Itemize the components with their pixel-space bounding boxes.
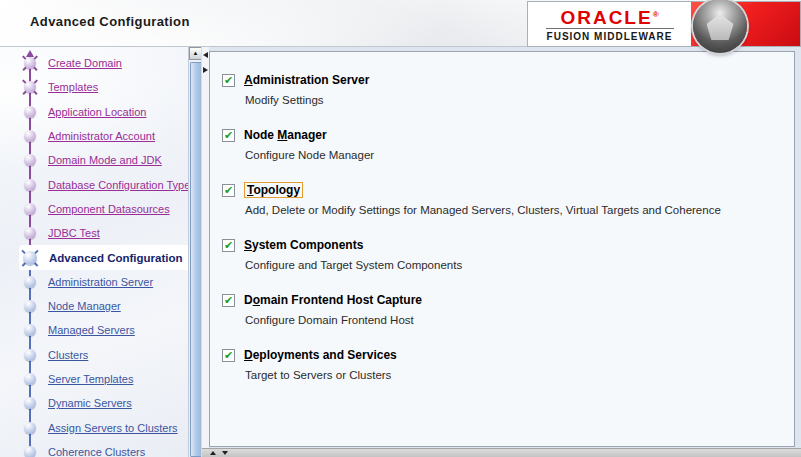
step-node-dot-icon xyxy=(24,300,36,312)
sidebar-item-clusters[interactable]: Clusters xyxy=(0,343,188,367)
step-node-dot-icon xyxy=(24,179,36,191)
option-description: Configure Node Manager xyxy=(245,149,782,161)
checkbox[interactable]: ✔ xyxy=(222,74,235,87)
option-label[interactable]: System Components xyxy=(244,238,363,252)
option-label[interactable]: Node Manager xyxy=(244,128,327,142)
step-label: Application Location xyxy=(48,106,146,118)
sidebar-item-managed-servers[interactable]: Managed Servers xyxy=(0,318,188,342)
sidebar-item-administrator-account[interactable]: Administrator Account xyxy=(0,124,188,148)
option-header: ✔Administration Server xyxy=(222,72,782,88)
checkbox[interactable]: ✔ xyxy=(222,129,235,142)
step-node-dot-icon xyxy=(24,349,36,361)
checkbox[interactable]: ✔ xyxy=(222,349,235,362)
step-label: Administration Server xyxy=(48,276,153,288)
sidebar-item-assign-servers-to-clusters[interactable]: Assign Servers to Clusters xyxy=(0,415,188,439)
scroll-up-icon: ▲ xyxy=(193,50,199,56)
splitter-collapse-left-icon[interactable] xyxy=(203,52,208,58)
check-icon: ✔ xyxy=(224,350,233,360)
checkbox[interactable]: ✔ xyxy=(222,184,235,197)
checkbox[interactable]: ✔ xyxy=(222,294,235,307)
registered-mark: ® xyxy=(653,10,659,19)
sidebar-item-advanced-configuration[interactable]: Advanced Configuration xyxy=(19,245,188,269)
step-node-dot-icon xyxy=(24,154,36,166)
page-title: Advanced Configuration xyxy=(30,14,190,29)
option-description: Add, Delete or Modify Settings for Manag… xyxy=(245,204,782,216)
step-node-star-icon xyxy=(24,81,36,93)
advanced-configuration-panel: ✔Administration ServerModify Settings✔No… xyxy=(209,51,795,447)
option-label[interactable]: Administration Server xyxy=(244,73,369,87)
option-node-manager: ✔Node ManagerConfigure Node Manager xyxy=(222,127,782,161)
step-label: Templates xyxy=(48,81,98,93)
step-node-dot-icon xyxy=(24,227,36,239)
check-icon: ✔ xyxy=(224,240,233,250)
option-deployments-and-services: ✔Deployments and ServicesTarget to Serve… xyxy=(222,347,782,381)
step-label: Administrator Account xyxy=(48,130,155,142)
sidebar-item-application-location[interactable]: Application Location xyxy=(0,100,188,124)
sidebar-item-administration-server[interactable]: Administration Server xyxy=(0,270,188,294)
brand-block: ORACLE® FUSION MIDDLEWARE xyxy=(527,1,801,47)
check-icon: ✔ xyxy=(224,130,233,140)
fmw-sphere-icon xyxy=(693,0,747,53)
check-icon: ✔ xyxy=(224,295,233,305)
option-header: ✔Deployments and Services xyxy=(222,347,782,363)
sidebar-item-create-domain[interactable]: Create Domain xyxy=(0,51,188,75)
step-label: Node Manager xyxy=(48,300,121,312)
option-header: ✔Topology xyxy=(222,182,782,198)
sidebar-item-dynamic-servers[interactable]: Dynamic Servers xyxy=(0,391,188,415)
step-label: Server Templates xyxy=(48,373,133,385)
step-node-star-icon xyxy=(24,57,36,69)
step-label: Database Configuration Type xyxy=(48,179,188,191)
sidebar-item-domain-mode-and-jdk[interactable]: Domain Mode and JDK xyxy=(0,148,188,172)
option-header: ✔Node Manager xyxy=(222,127,782,143)
scrollbar-thumb[interactable] xyxy=(190,62,202,457)
step-label: Coherence Clusters xyxy=(48,446,145,457)
sidebar-steps: Create DomainTemplatesApplication Locati… xyxy=(0,47,188,457)
checkbox[interactable]: ✔ xyxy=(222,239,235,252)
oracle-logo: ORACLE® FUSION MIDDLEWARE xyxy=(528,2,691,46)
step-node-dot-icon xyxy=(24,324,36,336)
step-node-dot-icon xyxy=(24,373,36,385)
option-header: ✔System Components xyxy=(222,237,782,253)
sidebar-item-coherence-clusters[interactable]: Coherence Clusters xyxy=(0,440,188,457)
step-node-dot-icon xyxy=(24,106,36,118)
option-label[interactable]: Deployments and Services xyxy=(244,348,397,362)
step-node-dot-icon xyxy=(24,446,36,457)
sidebar-scrollbar[interactable]: ▲ xyxy=(188,47,201,457)
pentagon-icon xyxy=(707,14,734,40)
sidebar-item-database-configuration-type[interactable]: Database Configuration Type xyxy=(0,172,188,196)
option-description: Configure and Target System Components xyxy=(245,259,782,271)
option-label[interactable]: Topology xyxy=(244,182,303,198)
step-node-dot-icon xyxy=(24,276,36,288)
bottom-splitter-up-icon[interactable] xyxy=(210,451,216,455)
wizard-sidebar: Create DomainTemplatesApplication Locati… xyxy=(0,47,188,457)
sidebar-item-server-templates[interactable]: Server Templates xyxy=(0,367,188,391)
bottom-splitter[interactable] xyxy=(202,448,801,457)
header-bar: Advanced Configuration ORACLE® FUSION MI… xyxy=(0,0,801,47)
step-label: Dynamic Servers xyxy=(48,397,132,409)
option-description: Configure Domain Frontend Host xyxy=(245,314,782,326)
step-label: Domain Mode and JDK xyxy=(48,154,162,166)
option-system-components: ✔System ComponentsConfigure and Target S… xyxy=(222,237,782,271)
step-label: Assign Servers to Clusters xyxy=(48,422,178,434)
step-node-dot-icon xyxy=(24,130,36,142)
fusion-middleware-badge xyxy=(691,2,800,46)
option-topology: ✔TopologyAdd, Delete or Modify Settings … xyxy=(222,182,782,216)
option-label[interactable]: Domain Frontend Host Capture xyxy=(244,293,422,307)
step-label: JDBC Test xyxy=(48,227,100,239)
panel-splitter[interactable] xyxy=(201,47,209,457)
step-node-star-icon xyxy=(23,251,37,265)
splitter-collapse-right-icon[interactable] xyxy=(203,67,208,73)
option-header: ✔Domain Frontend Host Capture xyxy=(222,292,782,308)
sidebar-item-node-manager[interactable]: Node Manager xyxy=(0,294,188,318)
option-description: Modify Settings xyxy=(245,94,782,106)
bottom-splitter-down-icon[interactable] xyxy=(222,451,228,455)
step-label: Component Datasources xyxy=(48,203,170,215)
step-node-dot-icon xyxy=(24,397,36,409)
options-list: ✔Administration ServerModify Settings✔No… xyxy=(222,72,782,381)
sidebar-item-templates[interactable]: Templates xyxy=(0,75,188,99)
sidebar-item-jdbc-test[interactable]: JDBC Test xyxy=(0,221,188,245)
sidebar-item-component-datasources[interactable]: Component Datasources xyxy=(0,197,188,221)
option-description: Target to Servers or Clusters xyxy=(245,369,782,381)
brand-subtitle: FUSION MIDDLEWARE xyxy=(547,31,673,42)
check-icon: ✔ xyxy=(224,185,233,195)
